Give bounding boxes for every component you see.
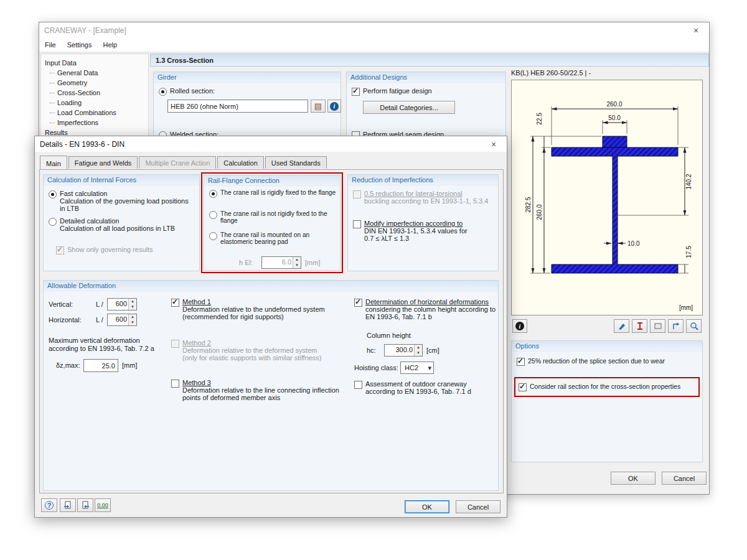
tool-section-button[interactable] (632, 319, 647, 333)
max-deformation-label: Maximum vertical deformation (49, 337, 140, 344)
delta-z-max-input[interactable]: 25.0 (83, 359, 118, 372)
method1-label[interactable]: Method 1 (182, 298, 211, 306)
ibeam-icon (636, 322, 644, 330)
menu-help[interactable]: Help (97, 41, 123, 49)
spinner-arrows-icon[interactable] (414, 345, 422, 356)
main-cancel-button[interactable]: Cancel (662, 472, 707, 485)
dim-rail-height: 22.5 (536, 113, 543, 125)
rail-not-rigid-label[interactable]: The crane rail is not rigidly fixed to t… (220, 210, 327, 224)
graphic-info-button[interactable]: i (512, 319, 527, 333)
rolled-section-label[interactable]: Rolled section: (170, 87, 215, 95)
number-format-button[interactable]: 0.00 (95, 498, 111, 512)
close-icon[interactable]: × (486, 138, 502, 151)
tree-imperfections[interactable]: Imperfections (41, 118, 148, 128)
fast-calculation-desc: in LTB (60, 205, 189, 212)
modify-imperfection-label[interactable]: Modify imperfection according to (364, 220, 467, 227)
fast-calculation-radio[interactable]: Fast calculation Calculation of the gove… (49, 190, 189, 212)
import-settings-button[interactable] (60, 498, 76, 512)
hoisting-class-select[interactable]: HC2 (400, 362, 434, 374)
info-icon: i (330, 102, 339, 111)
tree-general-data[interactable]: General Data (41, 68, 148, 78)
method2-checkbox: Method 2 Deformation relative to the def… (171, 339, 322, 362)
tool-pointer-button[interactable] (614, 319, 629, 333)
export-settings-button[interactable] (77, 498, 93, 512)
spinner-arrows-icon[interactable] (128, 314, 136, 325)
horizontal-limit-spinner[interactable]: 600 (107, 314, 137, 326)
spinner-arrows-icon[interactable] (128, 299, 136, 310)
rail-not-rigid-radio[interactable]: The crane rail is not rigidly fixed to t… (209, 210, 327, 224)
rolled-section-radio[interactable]: Rolled section: (159, 87, 215, 96)
rail-section-label[interactable]: Consider rail section for the cross-sect… (530, 383, 680, 390)
detailed-calculation-radio[interactable]: Detailed calculation Calculation of all … (49, 217, 175, 232)
deformation-title: Allowable Deformation (44, 281, 498, 291)
rail-shape (603, 136, 627, 147)
rail-rigid-label[interactable]: The crane rail is rigidly fixed to the f… (220, 189, 336, 196)
tree-load-combinations[interactable]: Load Combinations (41, 108, 148, 118)
tab-multiple-crane-action: Multiple Crane Action (139, 156, 216, 169)
checkbox-icon (354, 381, 362, 389)
dialog-cancel-button[interactable]: Cancel (456, 500, 500, 513)
wear-reduction-label[interactable]: 25% reduction of the splice section due … (528, 357, 665, 365)
section-info-button[interactable]: i (327, 100, 341, 113)
spinner-arrows-icon[interactable] (293, 257, 301, 268)
rail-section-checkbox[interactable]: Consider rail section for the cross-sect… (519, 383, 680, 391)
rail-elastomeric-label[interactable]: The crane rail is mounted on an elastome… (220, 231, 327, 245)
outdoor-craneway-checkbox[interactable]: Assessment of outdoor craneway according… (354, 380, 471, 395)
tool-zoom-button[interactable] (686, 319, 702, 333)
method2-label: Method 2 (182, 339, 211, 347)
hel-spinner[interactable]: 6.0 (261, 256, 301, 269)
hc-label: hc: (367, 347, 376, 354)
method1-checkbox[interactable]: Method 1 Deformation relative to the und… (171, 298, 325, 320)
checkbox-icon (519, 383, 527, 391)
outdoor-craneway-label[interactable]: Assessment of outdoor craneway (365, 380, 471, 388)
horizontal-determination-label[interactable]: Determination of horizontal deformations (365, 298, 496, 306)
close-icon[interactable]: × (688, 24, 704, 37)
dialog-help-button[interactable]: ? (41, 498, 57, 512)
tab-fatigue-and-welds[interactable]: Fatigue and Welds (68, 156, 138, 169)
vertical-limit-spinner[interactable]: 600 (107, 298, 137, 310)
tool-frame-button[interactable] (650, 319, 665, 333)
tab-calculation[interactable]: Calculation (217, 156, 263, 169)
section-name-input[interactable]: HEB 260 (ohne Norm) (167, 100, 308, 113)
fast-calculation-label[interactable]: Fast calculation (60, 190, 107, 197)
tab-main[interactable]: Main (40, 156, 67, 169)
fast-calculation-desc: Calculation of the governing load positi… (60, 197, 189, 205)
rail-rigid-radio[interactable]: The crane rail is rigidly fixed to the f… (209, 189, 337, 198)
tool-dimension-button[interactable] (668, 319, 684, 333)
rail-elastomeric-radio[interactable]: The crane rail is mounted on an elastome… (209, 231, 327, 245)
fatigue-design-label[interactable]: Perform fatigue design (363, 87, 432, 95)
pen-icon (618, 322, 626, 330)
fatigue-design-checkbox[interactable]: Perform fatigue design (352, 87, 432, 96)
tree-cross-section[interactable]: Cross-Section (41, 88, 148, 98)
menu-settings[interactable]: Settings (62, 41, 98, 49)
main-ok-button[interactable]: OK (611, 472, 655, 485)
detail-categories-button[interactable]: Detail Categories... (363, 101, 455, 114)
detailed-calculation-label[interactable]: Detailed calculation (60, 217, 119, 225)
tab-used-standards[interactable]: Used Standards (265, 156, 327, 169)
method3-checkbox[interactable]: Method 3 Deformation relative to the lin… (171, 379, 339, 401)
wear-reduction-checkbox[interactable]: 25% reduction of the splice section due … (517, 357, 665, 366)
document-arrow-icon (63, 501, 72, 510)
menu-file[interactable]: File (39, 41, 62, 49)
checkbox-icon (517, 358, 525, 366)
tree-geometry[interactable]: Geometry (41, 78, 148, 88)
section-library-button[interactable]: ▤ (311, 100, 326, 113)
tree-loading[interactable]: Loading (41, 98, 148, 108)
document-arrow-icon (81, 501, 90, 510)
column-height-spinner[interactable]: 300.0 (384, 344, 423, 357)
l-over-label: L / (96, 316, 103, 324)
reduction-05-label: 0.5 reduction for lateral-torsional (364, 190, 488, 197)
horizontal-limit-value: 600 (108, 314, 128, 325)
tree-item-label: Loading (57, 98, 82, 108)
dialog-ok-button[interactable]: OK (405, 500, 449, 513)
cross-section-drawing: 260.0 50.0 22.5 282.5 260.0 140.2 17.5 1… (512, 80, 702, 315)
tree-item-label: General Data (57, 68, 98, 78)
modify-imperfection-checkbox[interactable]: Modify imperfection according to DIN EN … (353, 220, 467, 242)
dialog-titlebar: Details - EN 1993-6 - DIN × (35, 136, 507, 152)
method3-label[interactable]: Method 3 (182, 379, 211, 386)
horizontal-determination-checkbox[interactable]: Determination of horizontal deformations… (354, 298, 496, 320)
delta-z-max-unit: [mm] (122, 362, 137, 369)
tree-input-data[interactable]: Input Data (41, 58, 148, 68)
cancel-label: Cancel (674, 475, 695, 482)
checkbox-icon (171, 340, 179, 348)
